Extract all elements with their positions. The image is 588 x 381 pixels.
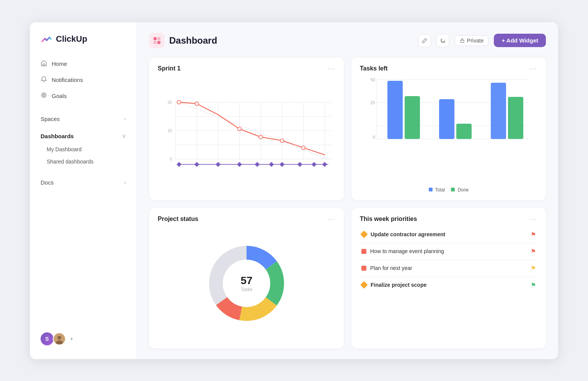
project-status-more-button[interactable]: ··· — [327, 216, 335, 222]
svg-rect-57 — [508, 97, 523, 139]
sprint-widget-header: Sprint 1 ··· — [158, 65, 335, 72]
priority-name-3: Finalize project scope — [371, 282, 426, 288]
tasks-left-more-button[interactable]: ··· — [529, 65, 537, 72]
sidebar-item-home[interactable]: Home — [30, 56, 137, 72]
tasks-left-title: Tasks left — [360, 65, 388, 72]
priority-flag-2: ⚑ — [531, 265, 536, 272]
svg-rect-42 — [312, 162, 317, 167]
logo-text: ClickUp — [56, 34, 87, 44]
donut-center: 57 Tasks — [240, 275, 252, 292]
private-badge[interactable]: Private — [455, 35, 489, 46]
svg-rect-35 — [194, 162, 199, 167]
svg-point-29 — [238, 127, 241, 130]
sidebar-item-my-dashboard[interactable]: My Dashboard — [30, 143, 137, 155]
legend-done: Done — [451, 187, 469, 193]
svg-rect-36 — [216, 162, 220, 167]
sidebar-section-dashboards[interactable]: Dashboards ∨ — [30, 129, 137, 143]
donut-chart-area: 57 Tasks — [158, 226, 335, 341]
priority-left-1: How to manage event planning — [361, 248, 444, 254]
svg-rect-38 — [255, 162, 260, 167]
svg-point-4 — [56, 340, 63, 344]
my-dashboard-label: My Dashboard — [47, 146, 82, 152]
priority-flag-0: ⚑ — [531, 231, 536, 238]
svg-rect-53 — [405, 96, 420, 139]
priorities-more-button[interactable]: ··· — [529, 216, 537, 222]
private-label: Private — [467, 38, 484, 44]
svg-point-30 — [259, 135, 262, 139]
priority-item-2: Plan for next year ⚑ — [360, 260, 537, 277]
sprint-more-button[interactable]: ··· — [327, 65, 335, 72]
dashboard-icon-box — [149, 33, 165, 48]
bell-icon — [41, 76, 47, 84]
priorities-header: This week priorities ··· — [360, 216, 537, 222]
priority-icon-diamond-0 — [360, 231, 368, 238]
dashboard-grid: Sprint 1 ··· — [149, 57, 546, 348]
sidebar-section-docs[interactable]: Docs › — [30, 175, 137, 190]
page-title: Dashboard — [169, 35, 217, 46]
header-right: Private + Add Widget — [418, 34, 546, 47]
svg-point-31 — [280, 139, 284, 142]
project-status-title: Project status — [158, 216, 198, 222]
sidebar-item-notifications[interactable]: Notifications — [30, 72, 137, 88]
svg-rect-55 — [456, 124, 472, 139]
sprint-svg: 20 10 0 — [158, 76, 335, 193]
tasks-left-header: Tasks left ··· — [360, 65, 537, 72]
sidebar-item-shared-dashboards[interactable]: Shared dashboards — [30, 155, 137, 168]
logo-area: ClickUp — [30, 33, 137, 56]
svg-text:25: 25 — [371, 100, 375, 105]
bar-chart-legend: Total Done — [360, 187, 537, 193]
priority-flag-3: ⚑ — [531, 281, 536, 289]
svg-point-2 — [44, 95, 44, 95]
svg-rect-43 — [322, 162, 327, 167]
svg-rect-8 — [157, 41, 160, 44]
priority-item-1: How to manage event planning ⚑ — [360, 243, 537, 260]
svg-point-28 — [195, 102, 198, 105]
spaces-label: Spaces — [41, 116, 60, 122]
page-header: Dashboard Private + Add Widget — [149, 33, 546, 48]
svg-text:20: 20 — [168, 100, 172, 104]
svg-rect-41 — [297, 162, 302, 167]
add-widget-button[interactable]: + Add Widget — [494, 34, 546, 47]
sidebar-item-goals[interactable]: Goals — [30, 88, 137, 104]
svg-point-32 — [302, 146, 305, 149]
sidebar-section-spaces[interactable]: Spaces › — [30, 112, 137, 126]
footer-dropdown-chevron[interactable]: ▾ — [70, 336, 73, 342]
shared-dashboards-label: Shared dashboards — [47, 159, 93, 165]
legend-done-dot — [451, 188, 455, 191]
avatar-photo — [53, 332, 66, 345]
svg-rect-39 — [269, 162, 274, 167]
priority-item-0: Update contractor agreement ⚑ — [360, 226, 537, 243]
dashboard-grid-icon — [153, 36, 161, 45]
edit-button[interactable] — [418, 34, 431, 47]
priority-flag-1: ⚑ — [531, 248, 536, 255]
svg-rect-54 — [439, 99, 454, 139]
priorities-title: This week priorities — [360, 216, 417, 222]
svg-text:10: 10 — [168, 128, 172, 132]
project-status-header: Project status ··· — [158, 216, 335, 222]
tasks-left-chart: 50 25 0 — [360, 76, 537, 184]
svg-text:0: 0 — [170, 157, 172, 161]
sidebar: ClickUp Home Notifications Goals Spaces … — [30, 22, 137, 359]
priority-name-1: How to manage event planning — [370, 248, 444, 254]
priority-icon-square-2 — [361, 266, 366, 271]
priority-item-3: Finalize project scope ⚑ — [360, 277, 537, 293]
refresh-button[interactable] — [436, 34, 449, 47]
dashboards-chevron: ∨ — [122, 133, 126, 139]
svg-text:0: 0 — [373, 135, 375, 139]
svg-rect-7 — [154, 41, 157, 44]
priorities-widget: This week priorities ··· Update contract… — [351, 208, 546, 348]
home-icon — [41, 60, 47, 68]
sidebar-footer: S ▾ — [30, 326, 137, 352]
goals-icon — [41, 92, 47, 100]
header-left: Dashboard — [149, 33, 217, 48]
priority-name-0: Update contractor agreement — [371, 231, 445, 237]
svg-rect-6 — [157, 37, 160, 40]
priority-left-2: Plan for next year — [361, 265, 412, 271]
donut-sub-label: Tasks — [240, 287, 252, 292]
sprint-widget: Sprint 1 ··· — [149, 57, 344, 200]
priority-left-3: Finalize project scope — [361, 282, 426, 288]
priority-icon-diamond-3 — [360, 281, 368, 289]
svg-rect-5 — [154, 37, 157, 40]
bar-chart-svg: 50 25 0 — [360, 76, 537, 152]
sprint-chart: 20 10 0 — [158, 76, 335, 193]
